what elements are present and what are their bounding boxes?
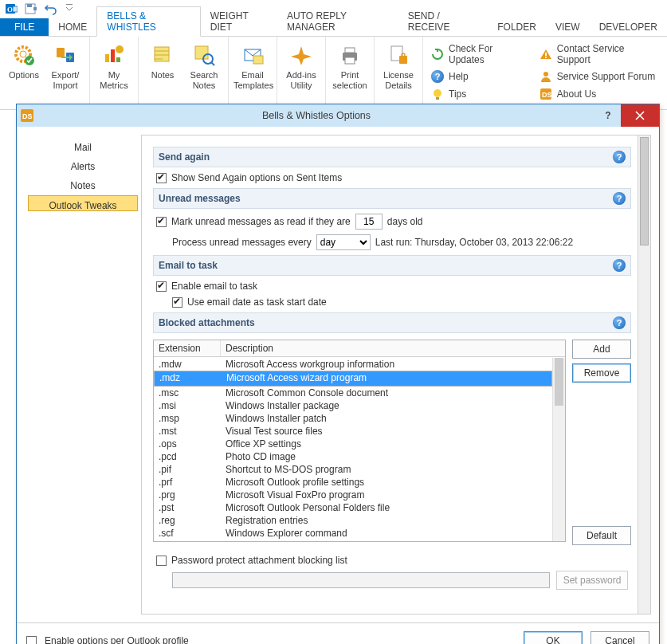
svg-rect-4: [27, 4, 32, 7]
alert-icon: [539, 48, 552, 61]
svg-rect-24: [345, 57, 355, 64]
mail-template-icon: [233, 41, 272, 69]
cmd-addins-utility[interactable]: Add-ins Utility: [281, 40, 322, 92]
cmd-my-metrics-label: My Metrics: [95, 70, 133, 91]
svg-rect-21: [253, 56, 263, 64]
cmd-license-details[interactable]: License Details: [378, 40, 419, 92]
svg-rect-31: [545, 57, 547, 58]
cmd-my-metrics[interactable]: My Metrics: [93, 40, 135, 92]
cmd-notes[interactable]: Notes: [142, 40, 183, 82]
cmd-search-notes[interactable]: Search Notes: [183, 40, 225, 92]
cmd-email-templates-label: Email Templates: [233, 70, 272, 91]
svg-rect-17: [195, 46, 208, 59]
tab-auto-reply-manager[interactable]: AUTO REPLY MANAGER: [277, 7, 398, 36]
ribbon-tabs: FILE HOME BELLS & WHISTLES WEIGHT DIET A…: [0, 18, 667, 37]
tab-weight-diet[interactable]: WEIGHT DIET: [201, 7, 277, 36]
svg-rect-6: [66, 4, 73, 5]
sparkle-icon: [282, 41, 320, 69]
ds-app-icon: DS: [17, 109, 37, 110]
link-check-updates[interactable]: Check For Updates: [431, 43, 530, 65]
person-icon: [539, 70, 552, 83]
tab-developer[interactable]: DEVELOPER: [590, 18, 667, 36]
svg-rect-23: [345, 48, 355, 53]
cmd-print-selection[interactable]: Print selection: [329, 40, 371, 92]
link-about[interactable]: DSAbout Us: [539, 88, 659, 100]
svg-rect-35: [21, 109, 33, 110]
tab-send-receive[interactable]: SEND / RECEIVE: [398, 7, 488, 36]
printer-icon: [331, 41, 369, 69]
link-tips[interactable]: Tips: [431, 88, 530, 100]
cmd-export-import[interactable]: Export/ Import: [45, 40, 86, 92]
save-icon[interactable]: [24, 2, 37, 15]
svg-text:O: O: [7, 6, 13, 14]
tab-file[interactable]: FILE: [0, 18, 49, 36]
cmd-license-details-label: License Details: [379, 70, 418, 91]
license-lock-icon: [379, 41, 418, 69]
tab-view[interactable]: VIEW: [546, 18, 590, 36]
lightbulb-icon: [431, 88, 444, 100]
svg-rect-13: [111, 49, 115, 62]
cmd-export-import-label: Export/ Import: [46, 70, 84, 91]
svg-rect-10: [57, 48, 65, 57]
ribbon-body: Options Export/ Import My Metrics Notes …: [0, 37, 667, 110]
cmd-print-selection-label: Print selection: [331, 70, 369, 91]
link-contact-support[interactable]: Contact Service Support: [539, 43, 659, 65]
svg-rect-12: [105, 54, 109, 62]
options-dialog: DS Bells & Whistles Options ? Mail Alert…: [16, 104, 660, 110]
svg-rect-29: [436, 97, 439, 100]
cmd-email-templates[interactable]: Email Templates: [232, 40, 273, 92]
cmd-options[interactable]: Options: [3, 40, 45, 82]
link-help[interactable]: ?Help: [431, 70, 530, 83]
help-icon: ?: [431, 70, 444, 83]
svg-point-32: [543, 72, 548, 77]
svg-rect-2: [13, 6, 18, 12]
dialog-titlebar[interactable]: DS Bells & Whistles Options ?: [17, 104, 659, 110]
cmd-notes-label: Notes: [143, 70, 182, 80]
qat-dropdown-icon[interactable]: [65, 3, 73, 14]
link-forum[interactable]: Service Support Forum: [539, 70, 659, 83]
svg-rect-27: [402, 53, 405, 57]
ds-icon: DS: [539, 88, 552, 100]
outlook-app-icon: O: [5, 2, 18, 15]
svg-point-8: [20, 51, 26, 57]
svg-line-19: [211, 62, 214, 65]
close-button[interactable]: [621, 104, 659, 110]
tab-folder[interactable]: FOLDER: [488, 18, 546, 36]
bar-chart-icon: [95, 41, 133, 69]
sticky-note-icon: [143, 41, 182, 69]
svg-rect-5: [33, 7, 37, 10]
svg-rect-30: [545, 53, 547, 56]
undo-icon[interactable]: [43, 2, 59, 15]
help-button[interactable]: ?: [595, 104, 621, 110]
transfer-icon: [46, 41, 84, 69]
tab-home[interactable]: HOME: [49, 18, 96, 36]
cmd-search-notes-label: Search Notes: [185, 70, 223, 91]
svg-rect-14: [116, 57, 120, 62]
cmd-addins-utility-label: Add-ins Utility: [282, 70, 320, 91]
cmd-options-label: Options: [5, 70, 43, 80]
tab-bells-whistles[interactable]: BELLS & WHISTLES: [96, 6, 200, 37]
svg-point-28: [434, 89, 441, 97]
refresh-icon: [431, 48, 444, 61]
search-note-icon: [185, 41, 223, 69]
gear-check-icon: [5, 41, 43, 69]
svg-point-15: [116, 45, 124, 53]
svg-text:DS: DS: [542, 91, 552, 99]
